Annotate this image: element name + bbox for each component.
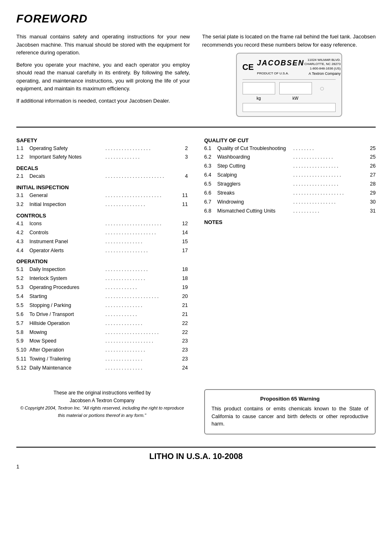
toc-entry-6-4: 6.4 Scalping . . . . . . . . . . . . . .… — [204, 171, 376, 180]
foreword-right: The serial plate is located on the frame… — [202, 33, 376, 117]
toc-entry-1-2: 1.2 Important Safety Notes . . . . . . .… — [16, 153, 188, 162]
footer-text1: These are the original instructions veri… — [16, 389, 188, 397]
page-number: 1 — [16, 464, 376, 470]
toc-right: QUALITY OF CUT 6.1 Quality of Cut Troubl… — [204, 134, 376, 373]
litho-text: LITHO IN U.S.A. 10-2008 — [149, 452, 243, 461]
toc-entry-5-3: 5.3 Operating Procedures . . . . . . . .… — [16, 283, 188, 292]
toc-heading-initial: INITIAL INSPECTION — [16, 184, 188, 190]
table-of-contents: SAFETY 1.1 Operating Safety . . . . . . … — [16, 134, 376, 373]
toc-heading-safety: SAFETY — [16, 137, 188, 143]
footer-right: Proposition 65 Warning This product cont… — [204, 389, 376, 434]
toc-entry-5-12: 5.12 Daily Maintenance . . . . . . . . .… — [16, 364, 188, 373]
toc-entry-5-4: 5.4 Starting . . . . . . . . . . . . . .… — [16, 292, 188, 301]
toc-entry-1-1: 1.1 Operating Safety . . . . . . . . . .… — [16, 144, 188, 153]
page-title: FOREWORD — [16, 12, 376, 25]
kw-label: kW — [279, 95, 312, 101]
ce-mark: CE — [243, 61, 254, 73]
toc-entry-6-6: 6.6 Streaks . . . . . . . . . . . . . . … — [204, 189, 376, 198]
prop65-title: Proposition 65 Warning — [212, 396, 368, 402]
footer-italic: © Copyright 2004, Textron Inc. "All righ… — [16, 405, 188, 419]
jacobsen-serial-plate: CE JACOBSEN PRODUCT OF U.S.A. 11024 WILM… — [236, 53, 342, 117]
toc-entry-5-5: 5.5 Stopping / Parking . . . . . . . . .… — [16, 301, 188, 310]
toc-entry-6-8: 6.8 Mismatched Cutting Units . . . . . .… — [204, 207, 376, 216]
prop65-text: This product contains or emits chemicals… — [212, 405, 368, 428]
toc-heading-controls: CONTROLS — [16, 213, 188, 219]
toc-entry-5-1: 5.1 Daily Inspection . . . . . . . . . .… — [16, 265, 188, 274]
toc-entry-5-9: 5.9 Mow Speed . . . . . . . . . . . . . … — [16, 337, 188, 346]
toc-entry-5-7: 5.7 Hillside Operation . . . . . . . . .… — [16, 319, 188, 328]
toc-heading-decals: DECALS — [16, 165, 188, 171]
toc-entry-4-4: 4.4 Operator Alerts . . . . . . . . . . … — [16, 246, 188, 255]
footer-left: These are the original instructions veri… — [16, 389, 188, 419]
prop65-box: Proposition 65 Warning This product cont… — [204, 389, 376, 434]
toc-heading-operation: OPERATION — [16, 258, 188, 264]
toc-entry-5-11: 5.11 Towing / Trailering . . . . . . . .… — [16, 355, 188, 364]
toc-entry-4-2: 4.2 Controls . . . . . . . . . . . . . .… — [16, 228, 188, 237]
foreword-left: This manual contains safety and operatin… — [16, 33, 190, 117]
toc-entry-3-1: 3.1 General . . . . . . . . . . . . . . … — [16, 191, 188, 200]
toc-entry-6-5: 6.5 Stragglers . . . . . . . . . . . . .… — [204, 180, 376, 189]
toc-entry-5-8: 5.8 Mowing . . . . . . . . . . . . . . .… — [16, 328, 188, 337]
toc-entry-6-3: 6.3 Step Cutting . . . . . . . . . . . .… — [204, 162, 376, 171]
foreword-para1: This manual contains safety and operatin… — [16, 33, 190, 57]
bottom-bar: LITHO IN U.S.A. 10-2008 — [16, 447, 376, 461]
toc-entry-2-1: 2.1 Decals . . . . . . . . . . . . . . .… — [16, 172, 188, 181]
section-divider — [16, 127, 376, 128]
toc-entry-6-1: 6.1 Quality of Cut Troubleshooting . . .… — [204, 144, 376, 153]
jacobsen-address: 11024 WILMAR BLVD. CHARLOTTE, NC 28273 1… — [304, 58, 341, 76]
toc-heading-notes: NOTES — [204, 219, 376, 225]
toc-entry-6-2: 6.2 Washboarding . . . . . . . . . . . .… — [204, 153, 376, 162]
toc-entry-3-2: 3.2 Initial Inspection . . . . . . . . .… — [16, 200, 188, 209]
footer-text2: Jacobsen A Textron Company — [16, 397, 188, 405]
toc-entry-4-1: 4.1 Icons . . . . . . . . . . . . . . . … — [16, 219, 188, 228]
foreword-para2: Before you operate your machine, you and… — [16, 61, 190, 93]
toc-entry-5-6: 5.6 To Drive / Transport . . . . . . . .… — [16, 310, 188, 319]
toc-heading-quality: QUALITY OF CUT — [204, 137, 376, 143]
foreword-para4: The serial plate is located on the frame… — [202, 33, 376, 49]
toc-entry-4-3: 4.3 Instrument Panel . . . . . . . . . .… — [16, 237, 188, 246]
toc-left: SAFETY 1.1 Operating Safety . . . . . . … — [16, 134, 188, 373]
top-section: This manual contains safety and operatin… — [16, 33, 376, 117]
jacobsen-logo: JACOBSEN — [257, 58, 304, 69]
toc-entry-5-2: 5.2 Interlock System . . . . . . . . . .… — [16, 274, 188, 283]
toc-entry-5-10: 5.10 After Operation . . . . . . . . . .… — [16, 346, 188, 355]
product-usa: PRODUCT OF U.S.A. — [257, 72, 289, 75]
toc-entry-6-7: 6.7 Windrowing . . . . . . . . . . . . .… — [204, 198, 376, 207]
foreword-para3: If additional information is needed, con… — [16, 97, 190, 105]
footer-section: These are the original instructions veri… — [16, 389, 376, 434]
kg-label: kg — [243, 95, 275, 101]
